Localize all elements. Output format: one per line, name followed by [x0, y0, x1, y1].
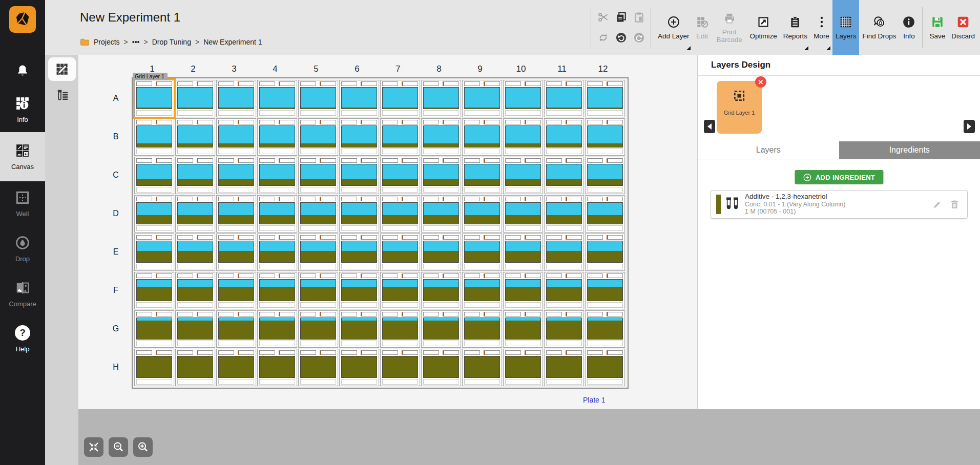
add-ingredient-button[interactable]: ADD INGREDIENT [795, 170, 883, 184]
delete-ingredient-button[interactable] [946, 199, 963, 210]
well-H11[interactable] [544, 349, 584, 386]
well-D2[interactable] [175, 195, 215, 233]
reports-button[interactable]: Reports [780, 0, 810, 55]
well-D3[interactable] [216, 195, 256, 233]
ingredient-list-item[interactable]: Additive - 1,2,3-hexanetriol Conc: 0.01 … [711, 190, 968, 219]
well-F10[interactable] [503, 272, 543, 309]
well-A2[interactable] [175, 80, 215, 117]
well-C2[interactable] [175, 157, 215, 194]
copy-icon[interactable] [615, 11, 627, 23]
sync-icon[interactable] [597, 32, 609, 44]
sidebar-item-well[interactable]: Well [0, 181, 45, 226]
well-H2[interactable] [175, 349, 215, 386]
well-C5[interactable] [298, 157, 338, 194]
well-E8[interactable] [421, 234, 461, 271]
layer-card-grid-layer-1[interactable]: Grid Layer 1 ✕ [717, 81, 762, 134]
well-B6[interactable] [339, 118, 379, 156]
well-F6[interactable] [339, 272, 379, 309]
sidebar-item-compare[interactable]: Compare [0, 271, 45, 316]
well-H4[interactable] [257, 349, 297, 386]
well-G4[interactable] [257, 310, 297, 348]
edit-button[interactable]: Edit [693, 0, 712, 55]
well-C9[interactable] [462, 157, 502, 194]
well-E6[interactable] [339, 234, 379, 271]
well-G1[interactable] [134, 310, 174, 348]
well-D7[interactable] [380, 195, 420, 233]
well-C3[interactable] [216, 157, 256, 194]
well-D6[interactable] [339, 195, 379, 233]
well-E3[interactable] [216, 234, 256, 271]
well-A10[interactable] [503, 80, 543, 117]
well-H5[interactable] [298, 349, 338, 386]
well-G7[interactable] [380, 310, 420, 348]
well-A11[interactable] [544, 80, 584, 117]
add-layer-button[interactable]: Add Layer [655, 0, 693, 55]
breadcrumb-item-ellipsis[interactable]: ••• [132, 38, 140, 46]
well-E2[interactable] [175, 234, 215, 271]
well-F1[interactable] [134, 272, 174, 309]
well-F7[interactable] [380, 272, 420, 309]
well-B8[interactable] [421, 118, 461, 156]
carousel-next-button[interactable] [964, 120, 975, 133]
well-G11[interactable] [544, 310, 584, 348]
well-B7[interactable] [380, 118, 420, 156]
edit-ingredient-button[interactable] [928, 199, 946, 210]
breadcrumb-item[interactable]: Projects [94, 38, 120, 46]
well-B9[interactable] [462, 118, 502, 156]
well-D12[interactable] [585, 195, 625, 233]
well-C4[interactable] [257, 157, 297, 194]
well-B11[interactable] [544, 118, 584, 156]
sidebar-item-canvas[interactable]: Canvas [0, 132, 45, 181]
well-D9[interactable] [462, 195, 502, 233]
well-G10[interactable] [503, 310, 543, 348]
print-barcode-button[interactable]: Print Barcode [712, 0, 747, 55]
zoom-out-button[interactable] [109, 437, 128, 457]
well-D4[interactable] [257, 195, 297, 233]
delete-layer-badge[interactable]: ✕ [755, 76, 766, 88]
well-H7[interactable] [380, 349, 420, 386]
well-A12[interactable] [585, 80, 625, 117]
ingredients-tool-button[interactable] [48, 83, 76, 107]
well-E10[interactable] [503, 234, 543, 271]
sidebar-item-help[interactable]: ? Help [0, 316, 45, 362]
well-E5[interactable] [298, 234, 338, 271]
well-D11[interactable] [544, 195, 584, 233]
well-A6[interactable] [339, 80, 379, 117]
well-D8[interactable] [421, 195, 461, 233]
info-button[interactable]: Info [899, 0, 919, 55]
layers-button[interactable]: Layers [832, 0, 860, 55]
well-F8[interactable] [421, 272, 461, 309]
well-C11[interactable] [544, 157, 584, 194]
sidebar-item-info[interactable]: Info [0, 87, 45, 132]
well-C6[interactable] [339, 157, 379, 194]
well-D10[interactable] [503, 195, 543, 233]
well-E7[interactable] [380, 234, 420, 271]
sidebar-item-notifications[interactable] [0, 55, 45, 87]
design-grid-tool-button[interactable] [48, 57, 76, 81]
well-A8[interactable] [421, 80, 461, 117]
plate-name-label[interactable]: Plate 1 [583, 396, 606, 404]
well-C12[interactable] [585, 157, 625, 194]
well-C7[interactable] [380, 157, 420, 194]
well-F4[interactable] [257, 272, 297, 309]
well-G12[interactable] [585, 310, 625, 348]
more-button[interactable]: More [810, 0, 832, 55]
well-E4[interactable] [257, 234, 297, 271]
well-B2[interactable] [175, 118, 215, 156]
well-F3[interactable] [216, 272, 256, 309]
well-A9[interactable] [462, 80, 502, 117]
well-C8[interactable] [421, 157, 461, 194]
well-A1[interactable]: Grid Layer 1 [134, 80, 174, 117]
well-G8[interactable] [421, 310, 461, 348]
well-H12[interactable] [585, 349, 625, 386]
well-E12[interactable] [585, 234, 625, 271]
well-H8[interactable] [421, 349, 461, 386]
well-D5[interactable] [298, 195, 338, 233]
well-E1[interactable] [134, 234, 174, 271]
app-logo[interactable] [9, 6, 36, 33]
well-B12[interactable] [585, 118, 625, 156]
well-D1[interactable] [134, 195, 174, 233]
well-G5[interactable] [298, 310, 338, 348]
well-B1[interactable] [134, 118, 174, 156]
well-A4[interactable] [257, 80, 297, 117]
